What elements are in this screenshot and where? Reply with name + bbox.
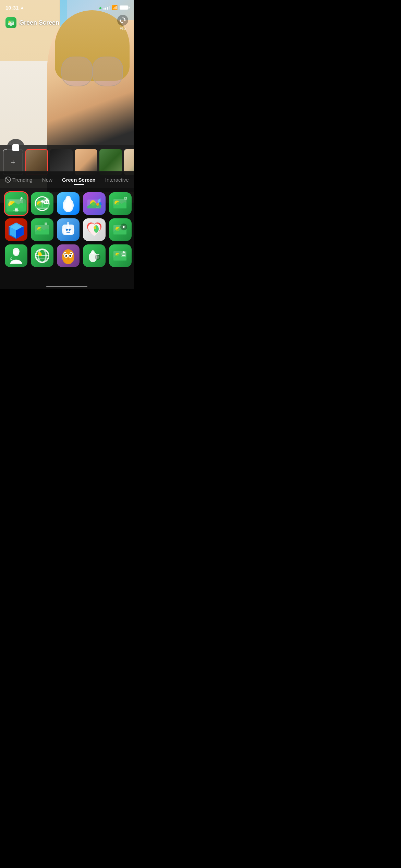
wifi-icon: 📶 (112, 5, 118, 10)
svg-rect-26 (62, 228, 64, 232)
flip-label: Flip (120, 26, 126, 31)
svg-point-46 (69, 255, 71, 257)
svg-point-42 (66, 251, 70, 254)
svg-point-56 (123, 251, 125, 253)
status-icons: 📶 (99, 4, 128, 11)
tab-green-screen[interactable]: Green Screen (58, 174, 100, 185)
svg-point-23 (69, 229, 71, 231)
svg-point-12 (66, 197, 70, 203)
app-icon-white-bird[interactable] (57, 192, 80, 215)
tab-trending[interactable]: Trending (1, 174, 37, 185)
svg-point-16 (96, 203, 99, 206)
app-icon-gs-right[interactable] (109, 192, 132, 215)
app-grid (0, 188, 134, 289)
app-icon-bird-camera[interactable] (83, 244, 106, 267)
green-screen-app-icon (5, 17, 16, 28)
tab-interactive[interactable]: Interactive (101, 174, 133, 185)
flip-icon (117, 15, 128, 26)
svg-point-45 (65, 255, 67, 257)
app-icon-gs-main[interactable] (5, 192, 27, 215)
app-icon-gs-photo[interactable] (31, 218, 53, 241)
app-icon-red-3d[interactable] (5, 218, 27, 241)
record-button-area (7, 139, 25, 157)
svg-point-13 (65, 202, 69, 208)
app-icon-gs-play[interactable] (109, 218, 132, 241)
flip-button[interactable]: Flip (117, 15, 128, 31)
green-dot (99, 4, 101, 11)
app-icon-owl[interactable] (57, 244, 80, 267)
app-icon-gs-upload[interactable] (31, 192, 53, 215)
app-icon-gs-robot[interactable] (57, 218, 80, 241)
tab-new[interactable]: New (38, 174, 57, 185)
battery-icon (120, 5, 128, 10)
app-icon-person-white[interactable] (5, 244, 27, 267)
svg-point-29 (94, 226, 96, 229)
svg-rect-27 (73, 228, 74, 232)
svg-point-52 (96, 255, 99, 259)
record-stop-icon (12, 144, 19, 151)
app-icon-gs-person[interactable] (109, 244, 132, 267)
svg-point-34 (13, 250, 19, 256)
bottom-tab-bar: Trending New Green Screen Interactive (0, 171, 134, 188)
app-icon-parrot[interactable] (83, 192, 106, 215)
green-screen-title: Green Screen (19, 19, 59, 26)
app-icon-heart[interactable] (83, 218, 106, 241)
svg-point-50 (91, 250, 95, 254)
svg-rect-25 (68, 224, 69, 227)
home-indicator (46, 286, 87, 287)
top-bar: Green Screen Flip (0, 15, 134, 30)
status-bar: 10:31 ▲ 📶 (0, 0, 134, 15)
svg-point-48 (70, 255, 70, 256)
svg-point-22 (66, 229, 68, 231)
status-time: 10:31 ▲ (5, 5, 24, 11)
record-button[interactable] (7, 139, 25, 157)
app-row-3 (5, 244, 129, 267)
blocked-icon (5, 177, 11, 183)
app-row-1 (5, 192, 129, 215)
svg-rect-21 (64, 227, 72, 234)
app-row-2 (5, 218, 129, 241)
signal-bars (104, 5, 110, 10)
location-icon: ▲ (20, 5, 24, 10)
app-icon-globe-green[interactable] (31, 244, 53, 267)
green-screen-label: Green Screen (5, 17, 59, 28)
svg-point-40 (38, 253, 42, 256)
svg-rect-24 (66, 232, 70, 233)
svg-point-47 (65, 255, 66, 256)
